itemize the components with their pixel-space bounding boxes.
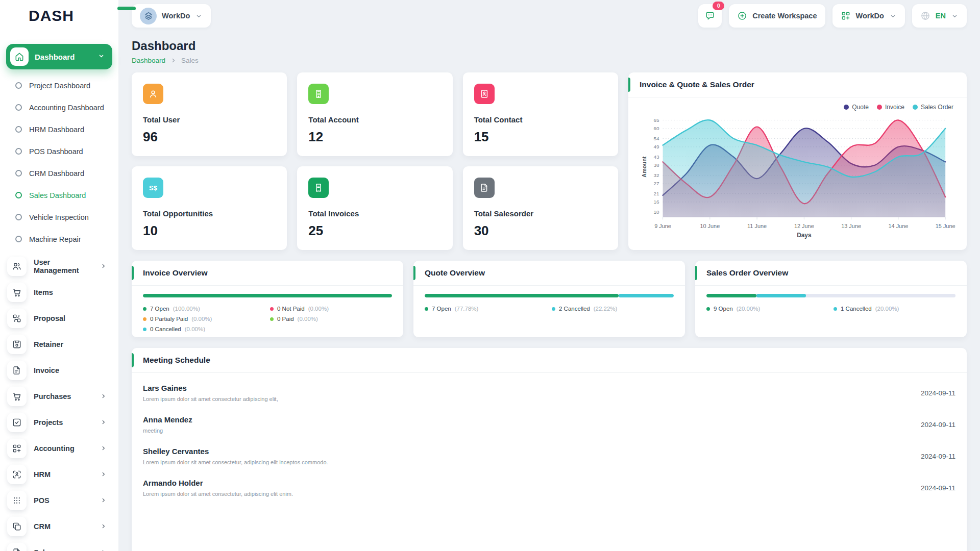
user-icon [148,89,158,99]
legend-dot-icon [143,317,146,321]
sidebar-item-hrm[interactable]: HRM [6,461,112,487]
sidebar-item-dashboard[interactable]: Dashboard [6,44,112,69]
chat-icon [705,11,715,21]
meeting-row-shelley-cervantes[interactable]: Shelley CervantesLorem ipsum dolor sit a… [132,440,967,472]
messages-button[interactable]: 0 [698,4,722,28]
header-accent-bar [132,266,134,280]
legend-dot-icon [270,307,274,311]
sidebar-item-projects[interactable]: Projects [6,409,112,435]
meeting-description: Lorem ipsum dolor sit amet consectetur a… [143,396,921,402]
invoice-icon-tile [7,361,27,380]
copy-icon-tile [7,517,27,536]
check-square-icon-tile [7,413,27,432]
sidebar-item-crm-dashboard[interactable]: CRM Dashboard [6,162,112,184]
sidebar-item-vehicle-inspection[interactable]: Vehicle Inspection [6,206,112,228]
overview-legend-item-open: 7 Open (77.78%) [425,306,547,312]
svg-text:10 June: 10 June [700,223,720,229]
card-title: Quote Overview [425,268,485,278]
create-workspace-button[interactable]: Create Workspace [729,4,825,28]
legend-count-label: 0 Paid [277,316,294,322]
svg-text:43: 43 [654,154,660,160]
chevron-right-icon [100,522,107,530]
legend-dot-icon [706,307,710,311]
progress-segment [143,294,392,297]
dots-grid-icon-tile [7,491,27,510]
legend-item-sales-order[interactable]: Sales Order [913,104,953,111]
bullet-circle-icon [15,192,22,198]
sidebar-item-invoice[interactable]: Invoice [6,357,112,383]
stat-label: Total Invoices [308,209,441,218]
sidebar-item-proposal[interactable]: Proposal [6,305,112,331]
sidebar-item-accounting-dashboard[interactable]: Accounting Dashboard [6,96,112,118]
sidebar-item-user-management[interactable]: User Management [6,253,112,279]
overview-legend: 9 Open (20.00%)1 Cancelled (20.00%) [706,306,955,312]
sidebar-item-pos-dashboard[interactable]: POS Dashboard [6,140,112,162]
stat-label: Total Contact [474,115,607,124]
legend-item-quote[interactable]: Quote [844,104,869,111]
legend-percent: (20.00%) [875,306,899,312]
meeting-row-lars-gaines[interactable]: Lars GainesLorem ipsum dolor sit amet co… [132,377,967,409]
language-selector[interactable]: EN [912,4,967,28]
sidebar-item-sales-dashboard[interactable]: Sales Dashboard [6,184,112,206]
progress-bar [425,294,674,297]
meeting-attendee-name: Anna Mendez [143,415,921,424]
legend-item-invoice[interactable]: Invoice [877,104,904,111]
language-label: EN [936,12,946,20]
app-root: DASH Dashboard Project DashboardAccounti… [0,0,980,551]
stat-label: Total Opportunities [143,209,276,218]
sidebar-item-project-dashboard[interactable]: Project Dashboard [6,74,112,96]
sidebar-item-pos[interactable]: POS [6,487,112,513]
sidebar-item-label: Accounting [34,444,92,453]
brand-logo[interactable]: DASH [0,0,118,32]
legend-percent: (0.00%) [191,316,212,322]
breadcrumb-dashboard-link[interactable]: Dashboard [132,57,165,64]
meeting-info: Anna Mendezmeeting [143,415,921,434]
meeting-row-anna-mendez[interactable]: Anna Mendezmeeting2024-09-11 [132,409,967,440]
svg-text:13 June: 13 June [841,223,861,229]
sidebar-item-accounting[interactable]: Accounting [6,435,112,461]
cart-icon [12,391,22,402]
legend-label: Quote [852,104,869,111]
stat-card-total-user: Total User96 [132,72,287,156]
svg-text:Days: Days [797,232,812,239]
stat-card-total-salesorder: Total Salesorder30 [463,166,618,250]
main-content: Dashboard Dashboard Sales Total User96To… [118,32,980,551]
sidebar-item-machine-repair[interactable]: Machine Repair [6,228,112,250]
sidebar-item-sales[interactable]: Sales [6,539,112,551]
page-title: Dashboard [132,39,967,53]
sidebar-item-label: CRM Dashboard [29,169,84,178]
sidebar: DASH Dashboard Project DashboardAccounti… [0,0,118,551]
card-body: 7 Open (77.78%)2 Cancelled (22.22%) [413,286,685,317]
legend-dot-icon [425,307,428,311]
sidebar-item-purchases[interactable]: Purchases [6,383,112,409]
svg-text:54: 54 [654,136,660,141]
topbar: WorkDo 0 Create Workspace WorkDo EN [118,0,980,32]
cart-icon-tile [7,387,27,406]
sidebar-item-label: Accounting Dashboard [29,104,104,112]
plus-circle-icon [737,11,747,21]
stat-value: 30 [474,223,607,239]
chart-legend: QuoteInvoiceSales Order [628,97,967,111]
check-square-icon [12,417,22,428]
legend-dot-icon [552,307,555,311]
overview-legend-item-cancelled: 1 Cancelled (20.00%) [834,306,955,312]
chevron-right-icon [100,418,107,426]
meeting-row-armando-holder[interactable]: Armando HolderLorem ipsum dolor sit amet… [132,472,967,504]
sidebar-item-label: Vehicle Inspection [29,213,89,221]
progress-segment [425,294,619,297]
module-menu: User ManagementItemsProposalRetainerInvo… [6,253,112,551]
sidebar-item-crm[interactable]: CRM [6,513,112,539]
legend-dot-icon [844,105,849,110]
sidebar-item-retainer[interactable]: Retainer [6,331,112,357]
workdo-menu-button[interactable]: WorkDo [832,4,905,28]
sidebar-item-hrm-dashboard[interactable]: HRM Dashboard [6,118,112,140]
legend-count-label: 0 Not Paid [277,306,305,312]
progress-segment [756,294,806,297]
workspace-switcher[interactable]: WorkDo [132,4,211,28]
layers-icon [143,11,154,21]
sidebar-item-label: Invoice [34,366,107,374]
header-accent-bar [132,353,134,367]
workdo-menu-label: WorkDo [856,12,884,20]
card-body: 7 Open (100.00%)0 Not Paid (0.00%)0 Part… [132,286,403,337]
sidebar-item-items[interactable]: Items [6,279,112,305]
